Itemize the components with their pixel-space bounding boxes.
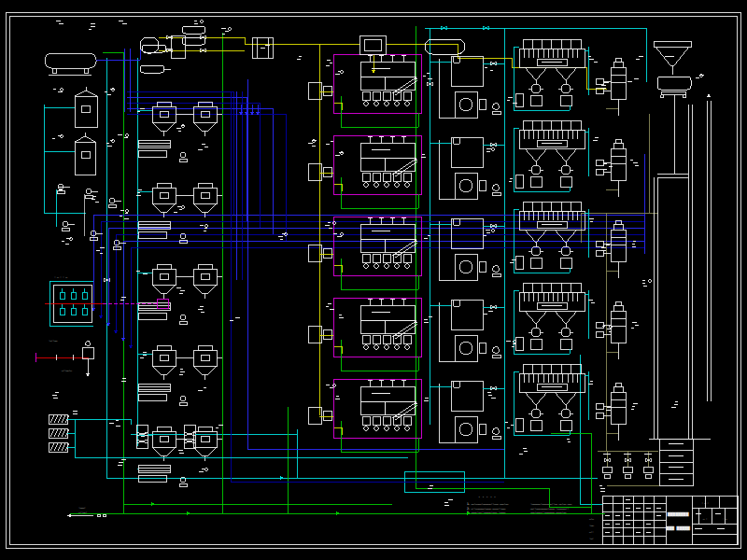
notes: · · · · · 1. ——·————·——————··——— ———·—— … [467, 495, 572, 514]
baghouse-filter [514, 120, 588, 191]
tower-column [596, 139, 626, 197]
receiver-blower-group [430, 56, 504, 118]
notes-heading: · · · · · [478, 495, 496, 499]
detail-a-title: · — · · — [54, 275, 67, 279]
weigh-hopper [654, 41, 691, 174]
legend-table [659, 439, 693, 485]
top-small-units [182, 26, 465, 58]
tower-column [596, 220, 626, 278]
baghouse-filter [514, 202, 588, 273]
baghouse-filter [514, 364, 588, 435]
svg-text:·——————·———————··—— ——·—— ———: ·——————·———————··—— ——·—— ——— [530, 502, 572, 506]
svg-text:·———·: ·———· [78, 506, 86, 510]
legend-arrow [67, 514, 106, 518]
receiver-blower-group [430, 381, 504, 442]
svg-text:2. —··——————·———— ————··———: 2. —··——————·———— ————··——— [467, 507, 505, 511]
svg-text:·—·: ·—· [589, 537, 594, 540]
tower-column [596, 301, 626, 359]
receiver-blower-group [430, 137, 504, 199]
extruder-unit [308, 379, 421, 452]
svg-text:—·—: —·— [589, 517, 594, 521]
side-notes: —·— ·—— —·· ·—· [589, 517, 594, 540]
tower-column [596, 383, 626, 441]
green-pipe-network [70, 26, 605, 515]
extruder-unit [308, 54, 421, 127]
bottom-right-pumps [602, 454, 653, 478]
mixer-vessel-group [137, 183, 222, 243]
svg-text:— ·: — · [703, 517, 708, 521]
baghouse-filter [514, 39, 588, 110]
vertical-storage-tanks [75, 87, 97, 175]
tower-column [596, 58, 626, 116]
svg-text:1. ——·————·——————··——— ———·——: 1. ——·————·——————··——— ———·—— [467, 502, 509, 506]
vent-stack-ducts [649, 93, 711, 439]
detail-b-subtitle: —··——·— [62, 369, 72, 372]
extruder-unit [308, 298, 421, 371]
horizontal-feed-tank [45, 49, 140, 75]
title-block-text: ▆▆▆▆▆▆▆▆ ▆▆▆ ▆▆▆▆▆ · — · — · · — [665, 501, 726, 531]
legend-note: ·———· —··——· [78, 506, 88, 514]
feed-pump-cluster [124, 35, 185, 112]
receiver-blower-group [430, 300, 504, 361]
baghouse-filter [514, 283, 588, 354]
svg-text:·——: ·—— [589, 524, 594, 527]
drawing-canvas[interactable]: · · · · · 1. ——·————·——————··——— ———·—— … [0, 0, 747, 560]
cyan-pipe-network [44, 26, 646, 504]
title-block [602, 496, 738, 544]
extruder-unit [308, 135, 421, 208]
svg-text:—··: —·· [589, 530, 594, 534]
mixer-vessel-group [137, 427, 222, 486]
drawing-title-line1: ▆▆▆▆▆▆▆▆ [667, 511, 690, 517]
bottom-left-exchangers [49, 414, 408, 457]
drawing-title-line2: ▆▆▆ ▆▆▆▆▆ [665, 525, 690, 531]
detail-b-title: ·—··—— [49, 339, 58, 343]
